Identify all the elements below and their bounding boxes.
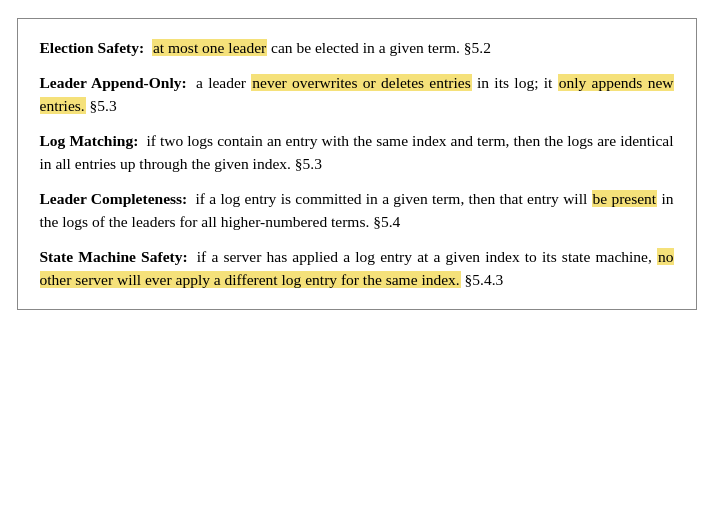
entry-leader-append-only-body: Leader Append-Only: a leader never overw… (40, 72, 674, 117)
entry-state-machine-safety: State Machine Safety: if a server has ap… (40, 246, 674, 291)
entry-leader-completeness: Leader Completeness: if a log entry is c… (40, 188, 674, 233)
main-container: Election Safety: at most one leader can … (17, 18, 697, 310)
entry-log-matching: Log Matching: if two logs contain an ent… (40, 130, 674, 175)
label-state-machine-safety: State Machine Safety: (40, 248, 188, 265)
election-safety-text: at most one leader can be elected in a g… (148, 39, 491, 56)
highlight-never-overwrites: never overwrites or deletes entries (251, 74, 471, 91)
entry-state-machine-safety-body: State Machine Safety: if a server has ap… (40, 246, 674, 291)
entry-leader-completeness-body: Leader Completeness: if a log entry is c… (40, 188, 674, 233)
entry-election-safety-body: Election Safety: at most one leader can … (40, 37, 491, 59)
entry-leader-append-only: Leader Append-Only: a leader never overw… (40, 72, 674, 117)
label-log-matching: Log Matching: (40, 132, 139, 149)
label-leader-append-only: Leader Append-Only: (40, 74, 187, 91)
highlight-at-most-one-leader: at most one leader (152, 39, 267, 56)
entry-log-matching-body: Log Matching: if two logs contain an ent… (40, 130, 674, 175)
label-election-safety: Election Safety: (40, 39, 145, 56)
label-leader-completeness: Leader Completeness: (40, 190, 188, 207)
entry-election-safety: Election Safety: at most one leader can … (40, 37, 674, 59)
highlight-be-present: be present (592, 190, 658, 207)
